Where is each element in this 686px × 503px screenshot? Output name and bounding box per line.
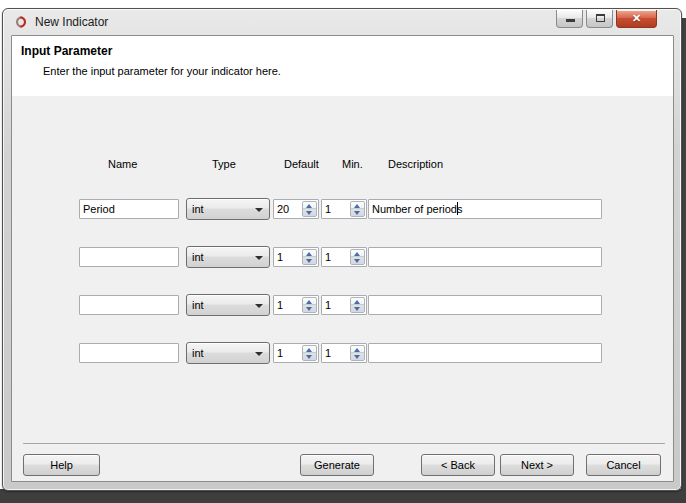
- type-select[interactable]: int: [186, 198, 270, 220]
- spinner-buttons: [350, 249, 365, 265]
- type-select-value: int: [192, 347, 204, 359]
- maximize-icon: [596, 14, 605, 22]
- column-header-min: Min.: [342, 158, 363, 170]
- titlebar[interactable]: New Indicator ✕: [3, 9, 681, 35]
- column-header-description: Description: [388, 158, 443, 170]
- arrow-up-icon: [354, 300, 360, 304]
- arrow-down-icon: [306, 355, 312, 359]
- default-spinner[interactable]: [273, 343, 319, 363]
- column-header-default: Default: [284, 158, 319, 170]
- column-header-name: Name: [108, 158, 137, 170]
- wizard-header: Input Parameter Enter the input paramete…: [12, 36, 673, 96]
- spin-up-button[interactable]: [303, 298, 316, 305]
- description-input[interactable]: [368, 247, 602, 267]
- back-button[interactable]: < Back: [421, 454, 495, 476]
- column-header-type: Type: [212, 158, 236, 170]
- arrow-down-icon: [354, 211, 360, 215]
- default-spinner[interactable]: [273, 199, 319, 219]
- close-button[interactable]: ✕: [616, 10, 657, 28]
- min-spinner-input[interactable]: [322, 296, 348, 314]
- default-spinner[interactable]: [273, 295, 319, 315]
- background-app-bottom: [0, 489, 686, 503]
- spin-up-button[interactable]: [303, 250, 316, 257]
- page-title: Input Parameter: [21, 44, 112, 58]
- default-spinner-input[interactable]: [274, 296, 300, 314]
- arrow-up-icon: [354, 348, 360, 352]
- type-select-value: int: [192, 251, 204, 263]
- min-spinner-input[interactable]: [322, 200, 348, 218]
- default-spinner[interactable]: [273, 247, 319, 267]
- spinner-buttons: [302, 249, 317, 265]
- min-spinner-input[interactable]: [322, 248, 348, 266]
- spinner-buttons: [302, 297, 317, 313]
- type-select[interactable]: int: [186, 342, 270, 364]
- min-spinner[interactable]: [321, 343, 367, 363]
- app-logo-icon: [13, 14, 29, 30]
- parameter-row: int: [12, 295, 673, 318]
- default-spinner-input[interactable]: [274, 344, 300, 362]
- min-spinner[interactable]: [321, 295, 367, 315]
- spin-down-button[interactable]: [351, 353, 364, 360]
- arrow-down-icon: [354, 259, 360, 263]
- chevron-down-icon: [255, 304, 263, 308]
- name-input[interactable]: [79, 247, 179, 267]
- description-input[interactable]: [368, 343, 602, 363]
- spin-up-button[interactable]: [351, 346, 364, 353]
- spinner-buttons: [302, 345, 317, 361]
- parameter-row: int: [12, 199, 673, 222]
- arrow-down-icon: [306, 307, 312, 311]
- spin-down-button[interactable]: [303, 209, 316, 216]
- spin-down-button[interactable]: [303, 257, 316, 264]
- name-input[interactable]: [79, 199, 179, 219]
- name-input[interactable]: [79, 295, 179, 315]
- default-spinner-input[interactable]: [274, 200, 300, 218]
- caption-buttons: ✕: [556, 10, 657, 28]
- arrow-up-icon: [306, 252, 312, 256]
- chevron-down-icon: [255, 256, 263, 260]
- dialog-client-area: Input Parameter Enter the input paramete…: [11, 35, 674, 482]
- min-spinner[interactable]: [321, 247, 367, 267]
- arrow-down-icon: [306, 259, 312, 263]
- minimize-button[interactable]: [556, 10, 583, 28]
- type-select[interactable]: int: [186, 294, 270, 316]
- spin-up-button[interactable]: [351, 298, 364, 305]
- arrow-up-icon: [354, 252, 360, 256]
- description-input[interactable]: [368, 199, 602, 219]
- parameter-row: int: [12, 343, 673, 366]
- cancel-button[interactable]: Cancel: [586, 454, 661, 476]
- spin-down-button[interactable]: [351, 209, 364, 216]
- spin-down-button[interactable]: [351, 305, 364, 312]
- generate-button[interactable]: Generate: [300, 454, 374, 476]
- maximize-button[interactable]: [586, 10, 613, 28]
- type-select[interactable]: int: [186, 246, 270, 268]
- spin-up-button[interactable]: [351, 202, 364, 209]
- arrow-down-icon: [306, 211, 312, 215]
- arrow-up-icon: [306, 300, 312, 304]
- min-spinner[interactable]: [321, 199, 367, 219]
- arrow-down-icon: [354, 355, 360, 359]
- spin-up-button[interactable]: [303, 202, 316, 209]
- new-indicator-dialog: New Indicator ✕ Input Parameter Enter th…: [2, 8, 682, 491]
- min-spinner-input[interactable]: [322, 344, 348, 362]
- spin-down-button[interactable]: [351, 257, 364, 264]
- spin-up-button[interactable]: [351, 250, 364, 257]
- description-cell: [368, 199, 602, 219]
- arrow-down-icon: [354, 307, 360, 311]
- name-input[interactable]: [79, 343, 179, 363]
- spinner-buttons: [350, 297, 365, 313]
- spin-down-button[interactable]: [303, 353, 316, 360]
- spinner-buttons: [350, 345, 365, 361]
- spin-up-button[interactable]: [303, 346, 316, 353]
- help-button[interactable]: Help: [23, 454, 100, 476]
- minimize-icon: [566, 19, 575, 22]
- next-button[interactable]: Next >: [500, 454, 574, 476]
- spin-down-button[interactable]: [303, 305, 316, 312]
- description-input[interactable]: [368, 295, 602, 315]
- parameter-row: int: [12, 247, 673, 270]
- default-spinner-input[interactable]: [274, 248, 300, 266]
- text-caret: [457, 202, 458, 215]
- arrow-up-icon: [306, 204, 312, 208]
- footer-divider: [23, 443, 665, 444]
- window-title: New Indicator: [35, 15, 108, 29]
- arrow-up-icon: [306, 348, 312, 352]
